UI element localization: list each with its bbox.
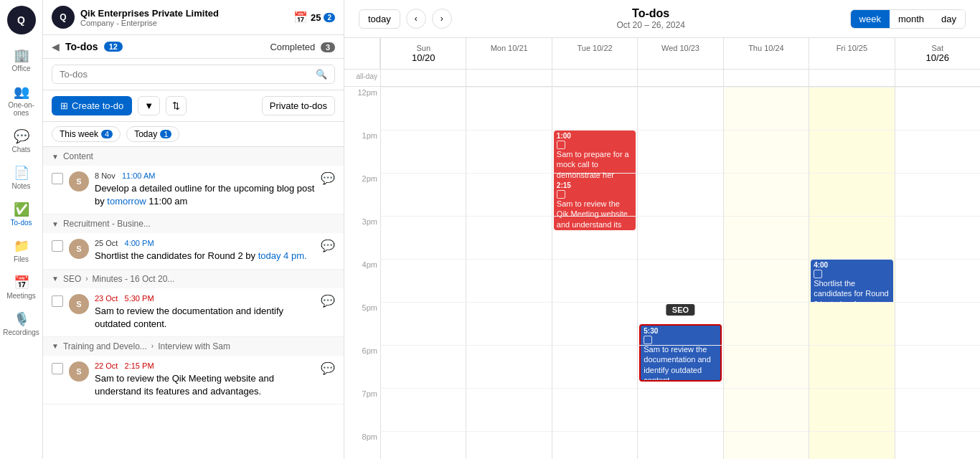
event-time-5pm: 5:30 — [644, 327, 717, 335]
todo-highlight-2: today 4 pm. — [258, 250, 307, 261]
todo-time-3[interactable]: 5:30 PM — [125, 294, 154, 303]
cell-4-fri[interactable]: 4:00 Shortlist the candidates for Round … — [809, 259, 894, 302]
event-time-4pm: 4:00 — [814, 261, 890, 269]
day-header-fri: Fri 10/25 — [809, 38, 894, 69]
allday-cell-tue — [552, 70, 637, 86]
collapse-button[interactable]: ◀ — [52, 41, 60, 52]
files-icon: 📁 — [14, 238, 29, 254]
notification-badge-wrap[interactable]: 📅 25 2 — [293, 11, 335, 24]
filter-button[interactable]: ▼ — [138, 96, 160, 115]
todo-meta-4: 22 Oct 2:15 PM — [95, 361, 315, 370]
app-header: Q Qik Enterprises Private Limited Compan… — [43, 0, 344, 35]
sidebar-item-one-on-ones[interactable]: 👥 One-on-ones — [3, 80, 40, 121]
today-button[interactable]: today — [359, 9, 400, 29]
time-label-2pm: 2pm — [344, 173, 380, 216]
todo-chat-icon-1[interactable]: 💬 — [321, 171, 335, 185]
completed-label[interactable]: Completed — [270, 42, 315, 52]
month-view-button[interactable]: month — [890, 10, 933, 28]
private-todos-button[interactable]: Private to-dos — [262, 96, 335, 115]
recordings-icon: 🎙️ — [14, 311, 29, 327]
notification-count: 25 — [311, 12, 321, 23]
cell-2-tue[interactable]: 2:15 Sam to review the Qik Meeting websi… — [552, 173, 637, 216]
sidebar-item-todos[interactable]: ✅ To-dos — [3, 197, 40, 231]
cell-4-thu — [723, 259, 809, 302]
todo-time-4[interactable]: 2:15 PM — [125, 361, 154, 370]
cell-7-fri — [809, 388, 894, 431]
todo-body-4: 22 Oct 2:15 PM Sam to review the Qik Mee… — [95, 361, 315, 398]
search-input[interactable] — [60, 69, 310, 80]
cal-scroll[interactable]: 12pm 1pm 1:00 Sam to prepare for a mock … — [344, 87, 980, 459]
this-week-chip[interactable]: This week 4 — [52, 126, 121, 142]
day-view-button[interactable]: day — [933, 10, 965, 28]
sort-button[interactable]: ⇅ — [166, 96, 187, 115]
sidebar-item-chats[interactable]: 💬 Chats — [3, 124, 40, 158]
create-todo-button[interactable]: ⊞ Create to-do — [52, 96, 132, 115]
day-header-wed: Wed 10/23 — [637, 38, 722, 69]
section-name-minutes: Minutes - 16 Oct 20... — [93, 274, 175, 284]
todo-item-4: S 22 Oct 2:15 PM Sam to review the Qik M… — [43, 356, 344, 404]
todo-chat-icon-4[interactable]: 💬 — [321, 361, 335, 375]
sidebar-item-files[interactable]: 📁 Files — [3, 234, 40, 268]
todo-time-2[interactable]: 4:00 PM — [125, 239, 154, 247]
todo-checkbox-2[interactable] — [52, 240, 63, 252]
section-chevron-seo: ▼ — [52, 275, 59, 283]
cell-4-mon — [466, 259, 551, 302]
search-input-wrap: 🔍 — [52, 65, 335, 84]
cell-3-thu — [723, 216, 809, 259]
todo-item-1: S 8 Nov 11:00 AM Develop a detailed outl… — [43, 166, 344, 214]
allday-cell-sun — [380, 70, 466, 86]
event-time-1pm: 1:00 — [557, 132, 633, 140]
todo-text-1: Develop a detailed outline for the upcom… — [95, 182, 315, 208]
section-recruitment: ▼ Recruitment - Busine... — [43, 214, 344, 233]
allday-cell-thu — [723, 70, 809, 86]
cell-4-sun — [380, 259, 466, 302]
todo-text-3: Sam to review the documentation and iden… — [95, 305, 315, 331]
event-checkbox-1pm — [557, 141, 565, 149]
cell-3-mon — [466, 216, 551, 259]
todo-chat-icon-3[interactable]: 💬 — [321, 294, 335, 308]
cell-7-wed — [637, 388, 722, 431]
cell-7-sun — [380, 388, 466, 431]
todo-checkbox-4[interactable] — [52, 363, 63, 374]
section-name-content: Content — [63, 151, 93, 161]
time-label-3pm: 3pm — [344, 216, 380, 259]
todo-chat-icon-2[interactable]: 💬 — [321, 239, 335, 252]
todo-text-4: Sam to review the Qik Meeting website an… — [95, 372, 315, 398]
sidebar-icons: Q 🏢 Office 👥 One-on-ones 💬 Chats 📄 Notes… — [0, 0, 43, 459]
sidebar-label-office: Office — [12, 65, 31, 72]
sidebar-item-meetings[interactable]: 📅 Meetings — [3, 270, 40, 304]
sidebar-item-office[interactable]: 🏢 Office — [3, 43, 40, 77]
todo-avatar-2: S — [69, 239, 89, 259]
todo-count-badge: 12 — [104, 42, 123, 52]
event-time-2pm: 2:15 — [557, 181, 633, 189]
this-week-label: This week — [60, 129, 98, 139]
company-sub: Company - Enterprise — [80, 19, 219, 27]
section-seo: ▼ SEO › Minutes - 16 Oct 20... — [43, 270, 344, 288]
todos-icon: ✅ — [14, 202, 29, 217]
cell-7-mon — [466, 388, 551, 431]
sidebar-item-recordings[interactable]: 🎙️ Recordings — [3, 307, 40, 341]
calendar-icon: 📅 — [293, 11, 308, 24]
section-name-recruitment: Recruitment - Busine... — [63, 219, 151, 229]
office-icon: 🏢 — [14, 47, 29, 63]
todo-checkbox-1[interactable] — [52, 173, 63, 184]
cell-6-sat — [895, 345, 980, 388]
cell-4-wed — [637, 259, 722, 302]
todo-time-1[interactable]: 11:00 AM — [122, 171, 155, 180]
today-chip[interactable]: Today 1 — [126, 126, 179, 142]
section-content: ▼ Content — [43, 147, 344, 166]
cell-5-wed[interactable]: SEO 5:30 Sam to review the documentation… — [637, 302, 722, 345]
cell-1-tue[interactable]: 1:00 Sam to prepare for a mock call to d… — [552, 130, 637, 173]
next-button[interactable]: › — [432, 9, 452, 29]
view-buttons: week month day — [850, 9, 966, 29]
sidebar-label-todos: To-dos — [10, 219, 32, 227]
week-view-button[interactable]: week — [851, 10, 890, 28]
sidebar-item-notes[interactable]: 📄 Notes — [3, 161, 40, 194]
todo-checkbox-3[interactable] — [52, 295, 63, 307]
cell-12-thu — [723, 87, 809, 130]
cell-6-thu — [723, 345, 809, 388]
prev-button[interactable]: ‹ — [406, 9, 426, 29]
time-label-4pm: 4pm — [344, 259, 380, 302]
cal-title-text: To-dos — [616, 7, 684, 20]
day-name-mon: Mon 10/21 — [469, 44, 548, 52]
